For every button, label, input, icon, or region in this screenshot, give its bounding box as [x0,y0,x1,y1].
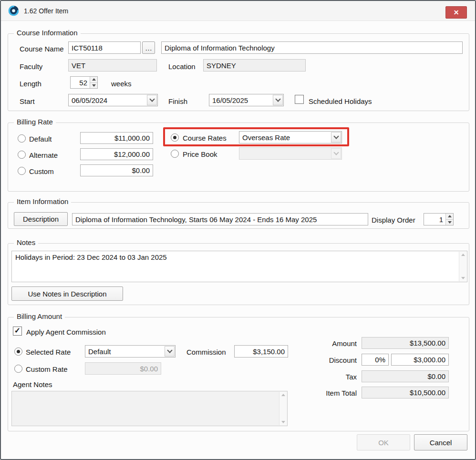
titlebar: 1.62 Offer Item ✕ [1,1,475,21]
selected-rate-radio[interactable] [14,348,22,356]
commission-label: Commission [186,348,226,357]
item-information-legend: Item Information [14,197,71,205]
custom-rate-radio-billing[interactable] [18,167,26,175]
default-rate-radio[interactable] [18,134,26,143]
length-unit-label: weeks [111,79,132,89]
scroll-up-icon [461,254,465,256]
price-book-combo [239,147,342,160]
spin-down-button[interactable] [446,219,453,225]
billing-amount-legend: Billing Amount [14,312,65,320]
course-rates-radio[interactable] [171,133,179,142]
course-information-group: Course Information Course Name ICT50118 … [8,33,469,111]
discount-label: Discount [275,356,357,365]
discount-amount-field[interactable]: $3,000.00 [391,354,449,366]
notes-group: Notes Holidays in Period: 23 Dec 2024 to… [8,243,469,305]
spin-up-button[interactable] [90,77,97,82]
agent-notes-label: Agent Notes [13,380,52,389]
use-notes-in-description-button[interactable]: Use Notes in Description [11,286,123,301]
chevron-down-icon [167,348,172,353]
custom-rate-field-billing[interactable]: $0.00 [80,164,153,176]
location-label: Location [168,62,196,72]
item-total-label: Item Total [275,388,357,398]
item-total-field: $10,500.00 [362,387,449,399]
dropdown-button[interactable] [331,132,341,143]
length-spinner[interactable]: 52 [70,76,98,89]
item-information-group: Item Information Description Diploma of … [8,202,469,229]
start-label: Start [20,97,35,106]
finish-label: Finish [168,97,187,106]
finish-date-combo[interactable]: 16/05/2025 [209,94,284,106]
selected-rate-label[interactable]: Selected Rate [26,348,71,357]
display-order-label: Display Order [372,215,415,225]
amount-field: $13,500.00 [362,337,449,349]
default-rate-label[interactable]: Default [29,134,52,144]
close-button[interactable]: ✕ [445,6,467,19]
dropdown-button [331,148,341,159]
tax-label: Tax [275,372,357,382]
discount-percent-field[interactable]: 0% [362,354,389,366]
course-rates-combo[interactable]: Overseas Rate [239,131,342,143]
course-name-label: Course Name [20,44,64,54]
notes-legend: Notes [14,238,38,246]
tax-field: $0.00 [362,370,449,382]
chevron-down-icon [149,96,155,102]
faculty-label: Faculty [20,62,42,72]
amount-label: Amount [275,339,357,348]
description-button[interactable]: Description [14,212,68,226]
dropdown-button[interactable] [165,346,175,357]
scroll-down-icon [281,421,285,423]
scheduled-holidays-label[interactable]: Scheduled Holidays [309,97,372,106]
scrollbar[interactable] [459,252,466,281]
course-information-legend: Course Information [14,29,81,37]
start-date-combo[interactable]: 06/05/2024 [68,94,158,106]
dropdown-button[interactable] [147,95,157,105]
display-order-spinner[interactable]: 1 [424,213,454,225]
course-browse-button[interactable]: … [142,41,155,54]
custom-rate-label-billing[interactable]: Custom [29,167,54,176]
chevron-down-icon [333,133,339,139]
course-rates-label[interactable]: Course Rates [183,133,227,143]
dropdown-button[interactable] [273,95,283,105]
scroll-down-icon [461,277,465,279]
custom-rate-radio[interactable] [14,365,22,373]
apply-agent-commission-label[interactable]: Apply Agent Commission [26,327,106,337]
triangle-down-icon [448,221,452,224]
agent-notes-textarea [11,391,288,426]
alternate-rate-radio[interactable] [18,151,26,159]
alternate-rate-field[interactable]: $12,000.00 [80,148,153,160]
location-field: SYDNEY [203,59,306,72]
price-book-radio[interactable] [171,150,179,158]
ok-button[interactable]: OK [357,434,410,450]
check-icon: ✓ [14,327,21,335]
triangle-up-icon [92,78,96,81]
billing-rate-group: Billing Rate Default $11,000.00 Alternat… [8,123,469,192]
course-code-input[interactable]: ICT50118 [68,41,141,54]
selected-rate-combo[interactable]: Default [85,345,176,358]
price-book-label[interactable]: Price Book [183,150,217,159]
chevron-down-icon [275,96,280,102]
spin-down-button[interactable] [90,82,97,89]
alternate-rate-label[interactable]: Alternate [29,151,58,160]
custom-rate-field: $0.00 [85,362,161,375]
course-title-field[interactable]: Diploma of Information Technology [161,41,463,54]
cancel-button[interactable]: Cancel [414,434,467,450]
spin-up-button[interactable] [446,214,453,219]
triangle-up-icon [448,215,452,217]
close-icon: ✕ [454,9,459,16]
notes-textarea[interactable]: Holidays in Period: 23 Dec 2024 to 03 Ja… [11,251,467,282]
offer-item-dialog: 1.62 Offer Item ✕ Course Information Cou… [0,0,476,460]
window-title: 1.62 Offer Item [24,7,68,15]
length-label: Length [20,79,41,89]
faculty-field: VET [68,59,157,72]
scheduled-holidays-checkbox[interactable] [295,95,304,104]
billing-amount-group: Billing Amount ✓ Apply Agent Commission … [8,317,469,431]
apply-agent-commission-checkbox[interactable]: ✓ [13,327,22,336]
triangle-down-icon [92,84,96,87]
custom-rate-label[interactable]: Custom Rate [26,365,68,374]
billing-rate-legend: Billing Rate [14,118,56,126]
description-field[interactable]: Diploma of Information Technology, Start… [72,213,368,225]
chevron-down-icon [333,150,339,155]
default-rate-field[interactable]: $11,000.00 [80,132,153,144]
app-logo-icon [8,5,19,16]
